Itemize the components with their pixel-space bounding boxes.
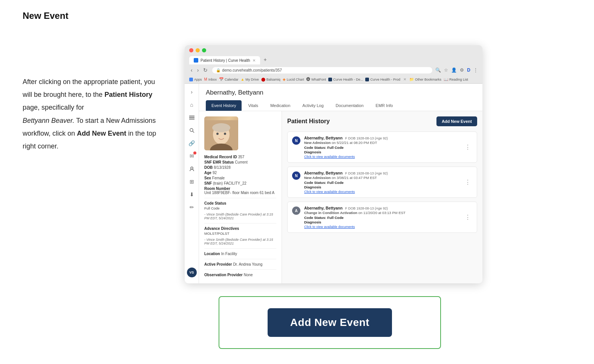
- forward-button[interactable]: ›: [196, 66, 201, 74]
- code-status-sub: - Vince Smith (Bedside Care Provider) at…: [204, 213, 276, 220]
- calendar-toolbar-item[interactable]: 📅 Calendar: [219, 77, 239, 81]
- minimize-window-button[interactable]: [196, 48, 200, 52]
- curvehealth-de-toolbar-item[interactable]: Curve Health - De...: [328, 78, 363, 81]
- bookmark-star-icon[interactable]: ☆: [444, 67, 448, 73]
- svg-point-3: [190, 128, 193, 132]
- patient-photo: [204, 116, 238, 150]
- extensions-icon[interactable]: ⚙: [460, 67, 464, 73]
- highlight-box: Add New Event: [219, 296, 441, 349]
- apps-toolbar-item[interactable]: Apps: [189, 78, 202, 81]
- sidebar-notification-icon[interactable]: ✉: [187, 151, 197, 161]
- add-new-event-large-button[interactable]: Add New Event: [268, 308, 392, 337]
- event-diagnosis-1: Diagnosis: [304, 150, 459, 154]
- reload-button[interactable]: ↻: [202, 66, 209, 74]
- inbox-toolbar-item[interactable]: M Inbox: [204, 77, 217, 81]
- sidebar-edit-icon[interactable]: ✏: [187, 202, 197, 213]
- sidebar-user-icon[interactable]: [187, 164, 197, 174]
- sidebar-menu-icon[interactable]: [187, 112, 197, 123]
- avatar[interactable]: VS: [187, 268, 197, 277]
- chrome-menu-icon[interactable]: D: [467, 67, 470, 73]
- history-header: Patient History Add New Event: [287, 116, 477, 126]
- more-options-icon[interactable]: ⋮: [473, 67, 478, 73]
- sidebar-grid-icon[interactable]: ⊞: [187, 176, 197, 187]
- event-docs-link-3[interactable]: Click to view available documents: [304, 225, 459, 229]
- event-code-status-2: Code Status: Full Code: [304, 180, 459, 185]
- code-status-section-label: Code Status: [204, 201, 276, 205]
- event-docs-link-2[interactable]: Click to view available documents: [304, 190, 459, 194]
- age-value: 92: [213, 171, 217, 175]
- active-browser-tab[interactable]: Patient History | Curve Health ✕: [189, 56, 260, 64]
- main-content-area: Abernathy, Bettyann Event History Vitals…: [199, 84, 482, 283]
- event-date-2: on 3/08/21 at 03:47 PM EST: [332, 176, 377, 180]
- info-divider5: [204, 269, 276, 270]
- maximize-window-button[interactable]: [202, 48, 206, 52]
- tab-documentation[interactable]: Documentation: [330, 100, 369, 111]
- event-name-3: Abernathy, Bettyann F DOB 1928-08-13 (Ag…: [304, 206, 459, 210]
- instruction-italic1: Bettyann Beaver.: [23, 117, 74, 124]
- instruction-strong2: Add New Event: [77, 130, 126, 137]
- info-divider3: [204, 248, 276, 249]
- patient-header: Abernathy, Bettyann Event History Vitals…: [199, 84, 482, 111]
- event-card-1: N Abernathy, Bettyann F DOB 1928-08-13 (…: [287, 132, 477, 163]
- event-docs-link-1[interactable]: Click to view available documents: [304, 155, 459, 159]
- close-window-button[interactable]: [189, 48, 193, 52]
- event-content-1: Abernathy, Bettyann F DOB 1928-08-13 (Ag…: [304, 136, 459, 159]
- sidebar-link-icon[interactable]: 🔗: [187, 138, 197, 148]
- event-more-options-1[interactable]: ⋮: [463, 144, 472, 151]
- event-card-2: N Abernathy, Bettyann F DOB 1928-08-13 (…: [287, 167, 477, 198]
- sidebar-expand-button[interactable]: ›: [187, 87, 197, 97]
- curvehealth-prod-toolbar-item[interactable]: Curve Health - Prod: [365, 78, 400, 81]
- sidebar-download-icon[interactable]: ⬇: [187, 189, 197, 200]
- whatfont-icon: 🅦: [306, 77, 310, 81]
- instruction-strong1: Patient History: [104, 91, 152, 98]
- patient-photo-placeholder: [204, 116, 238, 150]
- whatfont-toolbar-item[interactable]: 🅦 WhatFont: [306, 77, 326, 81]
- sidebar-search-icon[interactable]: [187, 125, 197, 136]
- active-provider-row: Active Provider Dr. Andrea Young: [204, 262, 276, 266]
- event-card-3: A Abernathy, Bettyann F DOB 1928-08-13 (…: [287, 202, 477, 233]
- tab-medication[interactable]: Medication: [265, 100, 296, 111]
- lucidchart-toolbar-item[interactable]: ◈ Lucid Chart: [283, 77, 304, 81]
- sex-label: Sex: [204, 176, 211, 180]
- balsamiq-toolbar-item[interactable]: ⬤ Balsamiq: [261, 77, 280, 81]
- search-icon[interactable]: 🔍: [435, 67, 441, 73]
- svg-rect-2: [189, 119, 194, 119]
- room-number-label: Room Number: [204, 187, 230, 191]
- event-detail-1: New Admission on 5/22/21 at 08:20 PM EDT: [304, 141, 459, 145]
- mydrive-toolbar-item[interactable]: ▲ My Drive: [240, 77, 259, 81]
- snf-emr-status-label: SNF EMR Status: [204, 160, 234, 164]
- patient-name: Abernathy, Bettyann: [206, 89, 476, 96]
- tab-event-history[interactable]: Event History: [206, 100, 242, 111]
- event-code-status-1: Code Status: Full Code: [304, 145, 459, 150]
- event-badge-2: N: [292, 171, 300, 180]
- event-code-status-3: Code Status: Full Code: [304, 216, 459, 220]
- observation-provider-row: Observation Provider None: [204, 273, 276, 277]
- browser-tab-bar: Patient History | Curve Health ✕ +: [189, 55, 478, 64]
- back-button[interactable]: ‹: [189, 66, 194, 74]
- event-dob-1: F DOB 1928-08-13 (Age 92): [345, 136, 388, 140]
- toolbar-separator: ✕: [403, 77, 406, 81]
- snf-emr-status-value: Current: [235, 160, 247, 164]
- tab-close-button[interactable]: ✕: [253, 58, 256, 63]
- profile-icon[interactable]: 👤: [451, 67, 457, 73]
- sidebar-home-icon[interactable]: ⌂: [187, 99, 197, 110]
- tab-vitals[interactable]: Vitals: [242, 100, 264, 111]
- add-new-event-button[interactable]: Add New Event: [436, 116, 477, 126]
- svg-point-5: [191, 167, 193, 169]
- event-more-options-2[interactable]: ⋮: [463, 179, 472, 186]
- event-badge-3: A: [292, 206, 300, 215]
- reading-list-toolbar-item[interactable]: 📖 Reading List: [444, 77, 468, 81]
- tab-activity-log[interactable]: Activity Log: [297, 100, 329, 111]
- new-tab-button[interactable]: +: [261, 55, 270, 64]
- event-more-options-3[interactable]: ⋮: [463, 214, 472, 221]
- bookmarks-folder-icon: 📁: [409, 77, 414, 81]
- svg-point-11: [224, 133, 226, 135]
- other-bookmarks-toolbar-item[interactable]: 📁 Other Bookmarks: [409, 77, 441, 81]
- dob-label: DOB: [204, 165, 213, 170]
- address-bar-input[interactable]: 🔒 demo.curvehealth.com/patients/357: [212, 67, 432, 73]
- tab-emr-info[interactable]: EMR Info: [370, 100, 399, 111]
- event-dob-3: F DOB 1928-08-13 (Age 92): [345, 206, 388, 210]
- notification-badge: [193, 151, 196, 154]
- patient-info-panel: Medical Record ID 357 SNF EMR Status Cur…: [199, 111, 282, 283]
- url-text: demo.curvehealth.com/patients/357: [222, 68, 282, 72]
